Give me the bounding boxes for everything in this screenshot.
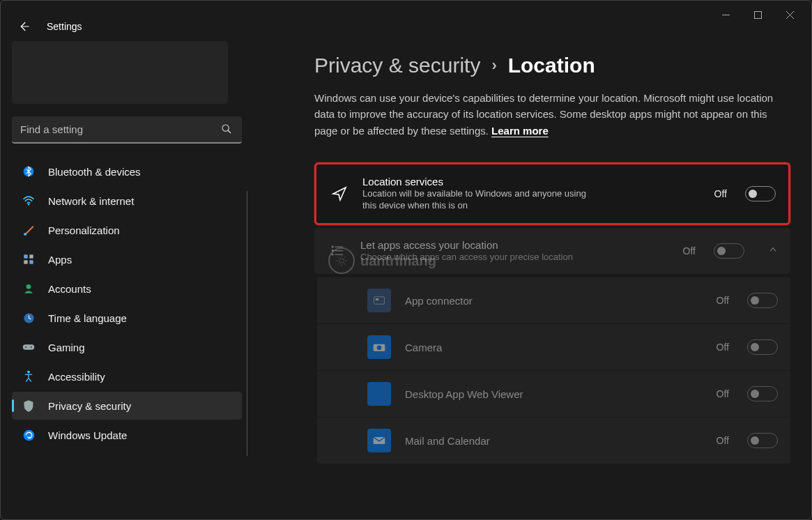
svg-point-13	[25, 346, 26, 348]
toggle-state: Off	[717, 388, 729, 399]
svg-rect-12	[23, 344, 35, 350]
location-services-card: Location services Location will be avail…	[314, 162, 790, 225]
shield-icon	[22, 399, 36, 413]
brush-icon	[22, 223, 36, 237]
apps-icon	[22, 252, 36, 266]
window-minimize-button[interactable]	[710, 3, 742, 26]
toggle-state: Off	[717, 342, 729, 353]
window-close-button[interactable]	[774, 3, 806, 26]
apps-access-toggle[interactable]	[714, 243, 744, 259]
app-row-mail-calendar: Mail and Calendar Off	[317, 417, 790, 464]
toggle-state: Off	[717, 435, 729, 446]
sidebar-item-time-language[interactable]: Time & language	[12, 304, 242, 332]
toggle-state: Off	[714, 188, 727, 199]
app-row-app-connector: App connector Off	[317, 277, 790, 323]
sidebar-item-label: Apps	[48, 254, 72, 266]
camera-icon	[367, 335, 391, 359]
search-input[interactable]	[12, 116, 242, 144]
chevron-right-icon: ›	[491, 56, 496, 75]
svg-point-15	[27, 371, 30, 374]
main-content: Privacy & security › Location Windows ca…	[252, 33, 811, 510]
mail-icon	[367, 429, 391, 452]
person-icon	[22, 282, 36, 296]
card-subtitle: Location will be available to Windows an…	[362, 188, 592, 212]
svg-rect-17	[332, 246, 334, 248]
page-description: Windows can use your device's capabiliti…	[314, 90, 774, 139]
svg-point-14	[31, 346, 32, 348]
svg-rect-19	[332, 250, 334, 252]
sidebar-item-label: Time & language	[48, 312, 127, 324]
sidebar-item-privacy-security[interactable]: Privacy & security	[12, 392, 242, 420]
app-name: App connector	[405, 295, 703, 307]
header: Settings	[1, 20, 811, 33]
sidebar-item-label: Gaming	[48, 342, 85, 353]
nav: Bluetooth & devices Network & internet P…	[12, 158, 246, 449]
web-viewer-icon	[367, 382, 391, 406]
card-title: Let apps access your location	[360, 239, 669, 251]
sidebar-item-label: Personalization	[48, 224, 120, 236]
svg-rect-18	[335, 247, 343, 247]
toggle-state: Off	[683, 245, 696, 257]
app-toggle[interactable]	[747, 433, 778, 448]
app-name: Camera	[405, 342, 703, 353]
svg-rect-5	[24, 234, 26, 236]
sidebar-item-personalization[interactable]: Personalization	[12, 216, 242, 244]
update-icon	[22, 428, 36, 442]
svg-rect-22	[335, 254, 343, 255]
search-wrap	[12, 116, 242, 144]
sidebar-item-apps[interactable]: Apps	[12, 245, 242, 273]
sidebar-item-label: Privacy & security	[48, 400, 131, 412]
sidebar-item-windows-update[interactable]: Windows Update	[12, 421, 242, 449]
back-button[interactable]	[17, 20, 30, 33]
app-row-desktop-web-viewer: Desktop App Web Viewer Off	[317, 370, 790, 417]
svg-point-2	[222, 125, 229, 131]
svg-rect-24	[376, 298, 379, 300]
sidebar-item-label: Bluetooth & devices	[48, 166, 141, 178]
svg-point-10	[26, 284, 31, 289]
window-maximize-button[interactable]	[742, 3, 774, 26]
accessibility-icon	[22, 369, 36, 383]
sidebar-item-label: Accessibility	[48, 371, 105, 383]
profile-block[interactable]	[12, 41, 228, 104]
svg-rect-20	[335, 250, 343, 251]
learn-more-link[interactable]: Learn more	[491, 125, 549, 137]
svg-rect-9	[29, 260, 33, 263]
toggle-state: Off	[717, 295, 729, 306]
search-icon	[221, 123, 232, 137]
location-arrow-icon	[330, 185, 348, 202]
list-icon	[328, 243, 346, 259]
card-subtitle: Choose which apps can access your precis…	[360, 251, 590, 263]
sidebar-item-accessibility[interactable]: Accessibility	[12, 362, 242, 390]
page-title: Location	[508, 54, 595, 77]
app-list: App connector Off Camera Off Desktop App…	[317, 277, 790, 464]
clock-globe-icon	[22, 311, 36, 325]
svg-point-16	[23, 429, 34, 441]
sidebar-item-label: Windows Update	[48, 429, 127, 441]
app-toggle[interactable]	[747, 339, 778, 355]
sidebar-item-label: Accounts	[48, 283, 91, 295]
wifi-icon	[22, 194, 36, 208]
svg-rect-0	[722, 15, 730, 15]
chevron-up-icon[interactable]	[768, 245, 778, 257]
svg-rect-6	[24, 254, 27, 258]
card-title: Location services	[362, 176, 700, 188]
bluetooth-icon	[22, 165, 36, 178]
app-toggle[interactable]	[747, 386, 778, 402]
gamepad-icon	[22, 340, 36, 354]
app-row-camera: Camera Off	[317, 323, 790, 370]
sidebar-item-bluetooth[interactable]: Bluetooth & devices	[12, 158, 242, 185]
app-toggle[interactable]	[747, 293, 778, 308]
svg-point-4	[28, 204, 29, 205]
sidebar: Bluetooth & devices Network & internet P…	[1, 33, 252, 510]
svg-rect-8	[24, 260, 27, 263]
sidebar-item-gaming[interactable]: Gaming	[12, 333, 242, 361]
app-name: Desktop App Web Viewer	[405, 388, 703, 400]
sidebar-item-accounts[interactable]: Accounts	[12, 275, 242, 303]
sidebar-item-network[interactable]: Network & internet	[12, 187, 242, 215]
location-services-toggle[interactable]	[745, 186, 776, 201]
svg-rect-1	[754, 11, 761, 18]
svg-rect-21	[332, 254, 334, 256]
apps-access-location-card: Let apps access your location Choose whi…	[314, 228, 790, 275]
breadcrumb-parent[interactable]: Privacy & security	[314, 54, 480, 77]
app-connector-icon	[367, 289, 391, 312]
